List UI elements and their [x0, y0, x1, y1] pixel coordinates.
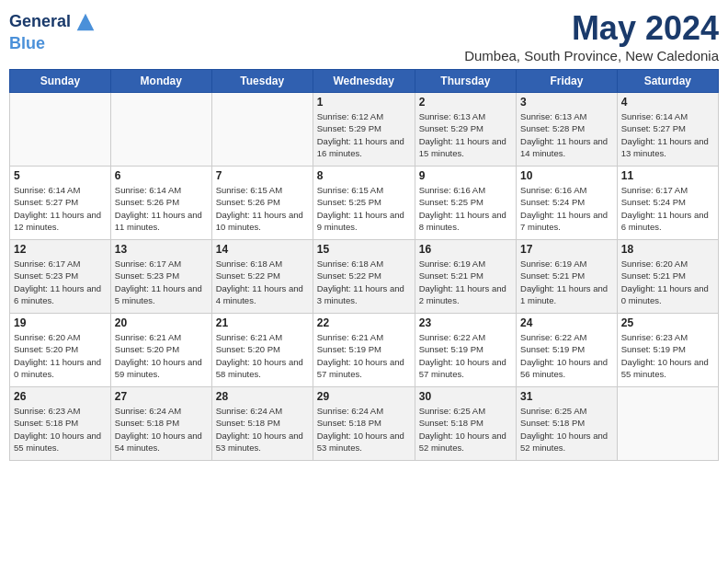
calendar-cell: [10, 93, 111, 167]
cell-content: Sunrise: 6:21 AM Sunset: 5:19 PM Dayligh…: [317, 331, 411, 380]
cell-content: Sunrise: 6:14 AM Sunset: 5:27 PM Dayligh…: [14, 184, 107, 233]
calendar-cell: 30Sunrise: 6:25 AM Sunset: 5:18 PM Dayli…: [415, 387, 516, 461]
calendar-cell: 4Sunrise: 6:14 AM Sunset: 5:27 PM Daylig…: [617, 93, 718, 167]
logo: General Blue: [9, 9, 98, 53]
calendar-cell: 11Sunrise: 6:17 AM Sunset: 5:24 PM Dayli…: [617, 167, 718, 240]
cell-content: Sunrise: 6:17 AM Sunset: 5:23 PM Dayligh…: [14, 258, 107, 306]
week-row-5: 26Sunrise: 6:23 AM Sunset: 5:18 PM Dayli…: [10, 387, 719, 461]
calendar-cell: 23Sunrise: 6:22 AM Sunset: 5:19 PM Dayli…: [415, 314, 516, 387]
cell-content: Sunrise: 6:14 AM Sunset: 5:27 PM Dayligh…: [621, 110, 714, 159]
calendar-table: SundayMondayTuesdayWednesdayThursdayFrid…: [9, 69, 719, 461]
calendar-cell: 29Sunrise: 6:24 AM Sunset: 5:18 PM Dayli…: [313, 387, 415, 461]
date-number: 11: [621, 169, 714, 182]
date-number: 26: [14, 390, 107, 403]
date-number: 31: [520, 390, 613, 403]
month-title: May 2024: [464, 9, 719, 48]
cell-content: Sunrise: 6:19 AM Sunset: 5:21 PM Dayligh…: [419, 258, 512, 306]
calendar-cell: 13Sunrise: 6:17 AM Sunset: 5:23 PM Dayli…: [110, 240, 211, 314]
calendar-cell: 6Sunrise: 6:14 AM Sunset: 5:26 PM Daylig…: [110, 167, 211, 240]
calendar-cell: 26Sunrise: 6:23 AM Sunset: 5:18 PM Dayli…: [10, 387, 111, 461]
day-header-wednesday: Wednesday: [313, 70, 415, 93]
cell-content: Sunrise: 6:17 AM Sunset: 5:23 PM Dayligh…: [115, 258, 208, 306]
day-header-tuesday: Tuesday: [211, 70, 313, 93]
cell-content: Sunrise: 6:24 AM Sunset: 5:18 PM Dayligh…: [216, 405, 309, 454]
cell-content: Sunrise: 6:18 AM Sunset: 5:22 PM Dayligh…: [317, 258, 411, 306]
cell-content: Sunrise: 6:15 AM Sunset: 5:25 PM Dayligh…: [317, 184, 411, 233]
date-number: 27: [115, 390, 208, 403]
date-number: 15: [317, 243, 411, 256]
cell-content: Sunrise: 6:24 AM Sunset: 5:18 PM Dayligh…: [115, 405, 208, 454]
days-header-row: SundayMondayTuesdayWednesdayThursdayFrid…: [10, 70, 719, 93]
calendar-cell: 17Sunrise: 6:19 AM Sunset: 5:21 PM Dayli…: [517, 240, 618, 314]
calendar-cell: [211, 93, 313, 167]
calendar-cell: 9Sunrise: 6:16 AM Sunset: 5:25 PM Daylig…: [415, 167, 516, 240]
date-number: 18: [621, 243, 714, 256]
calendar-cell: 5Sunrise: 6:14 AM Sunset: 5:27 PM Daylig…: [10, 167, 111, 240]
day-header-saturday: Saturday: [617, 70, 718, 93]
date-number: 21: [216, 316, 309, 329]
cell-content: Sunrise: 6:25 AM Sunset: 5:18 PM Dayligh…: [520, 405, 613, 454]
location: Dumbea, South Province, New Caledonia: [464, 48, 719, 63]
cell-content: Sunrise: 6:25 AM Sunset: 5:18 PM Dayligh…: [419, 405, 512, 454]
date-number: 9: [419, 169, 512, 182]
calendar-cell: 31Sunrise: 6:25 AM Sunset: 5:18 PM Dayli…: [517, 387, 618, 461]
date-number: 10: [520, 169, 613, 182]
calendar-cell: 15Sunrise: 6:18 AM Sunset: 5:22 PM Dayli…: [313, 240, 415, 314]
calendar-cell: 8Sunrise: 6:15 AM Sunset: 5:25 PM Daylig…: [313, 167, 415, 240]
calendar-cell: 16Sunrise: 6:19 AM Sunset: 5:21 PM Dayli…: [415, 240, 516, 314]
cell-content: Sunrise: 6:23 AM Sunset: 5:19 PM Dayligh…: [621, 331, 714, 380]
date-number: 16: [419, 243, 512, 256]
day-header-thursday: Thursday: [415, 70, 516, 93]
day-header-monday: Monday: [110, 70, 211, 93]
cell-content: Sunrise: 6:22 AM Sunset: 5:19 PM Dayligh…: [419, 331, 512, 380]
cell-content: Sunrise: 6:14 AM Sunset: 5:26 PM Dayligh…: [115, 184, 208, 233]
title-block: May 2024 Dumbea, South Province, New Cal…: [464, 9, 719, 63]
calendar-cell: 20Sunrise: 6:21 AM Sunset: 5:20 PM Dayli…: [110, 314, 211, 387]
cell-content: Sunrise: 6:22 AM Sunset: 5:19 PM Dayligh…: [520, 331, 613, 380]
cell-content: Sunrise: 6:20 AM Sunset: 5:21 PM Dayligh…: [621, 258, 714, 306]
week-row-2: 5Sunrise: 6:14 AM Sunset: 5:27 PM Daylig…: [10, 167, 719, 240]
calendar-cell: 3Sunrise: 6:13 AM Sunset: 5:28 PM Daylig…: [517, 93, 618, 167]
cell-content: Sunrise: 6:21 AM Sunset: 5:20 PM Dayligh…: [115, 331, 208, 380]
calendar-cell: 2Sunrise: 6:13 AM Sunset: 5:29 PM Daylig…: [415, 93, 516, 167]
calendar-cell: [617, 387, 718, 461]
cell-content: Sunrise: 6:19 AM Sunset: 5:21 PM Dayligh…: [520, 258, 613, 306]
day-header-friday: Friday: [517, 70, 618, 93]
date-number: 20: [115, 316, 208, 329]
logo-blue: Blue: [9, 34, 45, 52]
date-number: 8: [317, 169, 411, 182]
date-number: 28: [216, 390, 309, 403]
cell-content: Sunrise: 6:23 AM Sunset: 5:18 PM Dayligh…: [14, 405, 107, 454]
calendar-cell: [110, 93, 211, 167]
cell-content: Sunrise: 6:15 AM Sunset: 5:26 PM Dayligh…: [216, 184, 309, 233]
week-row-3: 12Sunrise: 6:17 AM Sunset: 5:23 PM Dayli…: [10, 240, 719, 314]
cell-content: Sunrise: 6:24 AM Sunset: 5:18 PM Dayligh…: [317, 405, 411, 454]
calendar-cell: 18Sunrise: 6:20 AM Sunset: 5:21 PM Dayli…: [617, 240, 718, 314]
date-number: 6: [115, 169, 208, 182]
day-header-sunday: Sunday: [10, 70, 111, 93]
date-number: 13: [115, 243, 208, 256]
cell-content: Sunrise: 6:20 AM Sunset: 5:20 PM Dayligh…: [14, 331, 107, 380]
calendar-cell: 24Sunrise: 6:22 AM Sunset: 5:19 PM Dayli…: [517, 314, 618, 387]
calendar-cell: 7Sunrise: 6:15 AM Sunset: 5:26 PM Daylig…: [211, 167, 313, 240]
date-number: 30: [419, 390, 512, 403]
cell-content: Sunrise: 6:12 AM Sunset: 5:29 PM Dayligh…: [317, 110, 411, 159]
cell-content: Sunrise: 6:13 AM Sunset: 5:29 PM Dayligh…: [419, 110, 512, 159]
calendar-cell: 12Sunrise: 6:17 AM Sunset: 5:23 PM Dayli…: [10, 240, 111, 314]
date-number: 23: [419, 316, 512, 329]
date-number: 25: [621, 316, 714, 329]
date-number: 7: [216, 169, 309, 182]
week-row-1: 1Sunrise: 6:12 AM Sunset: 5:29 PM Daylig…: [10, 93, 719, 167]
calendar-cell: 19Sunrise: 6:20 AM Sunset: 5:20 PM Dayli…: [10, 314, 111, 387]
cell-content: Sunrise: 6:17 AM Sunset: 5:24 PM Dayligh…: [621, 184, 714, 233]
date-number: 5: [14, 169, 107, 182]
date-number: 24: [520, 316, 613, 329]
logo-icon: [73, 9, 98, 35]
date-number: 1: [317, 96, 411, 109]
calendar-cell: 27Sunrise: 6:24 AM Sunset: 5:18 PM Dayli…: [110, 387, 211, 461]
calendar-cell: 10Sunrise: 6:16 AM Sunset: 5:24 PM Dayli…: [517, 167, 618, 240]
cell-content: Sunrise: 6:21 AM Sunset: 5:20 PM Dayligh…: [216, 331, 309, 380]
calendar-cell: 25Sunrise: 6:23 AM Sunset: 5:19 PM Dayli…: [617, 314, 718, 387]
logo-text: General Blue: [9, 9, 98, 53]
cell-content: Sunrise: 6:18 AM Sunset: 5:22 PM Dayligh…: [216, 258, 309, 306]
